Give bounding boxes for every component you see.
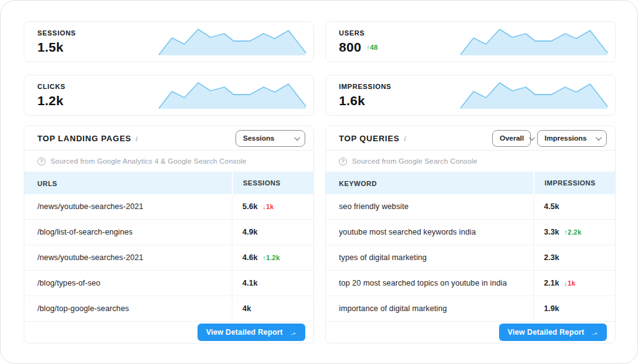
sparkline-chart <box>158 24 307 57</box>
row-value: 5.6k <box>242 202 257 211</box>
stat-value: 800 <box>339 40 361 55</box>
row-value: 4.9k <box>242 228 257 236</box>
dropdown-value: Sessions <box>243 134 275 142</box>
chevron-down-icon <box>529 134 535 141</box>
row-url: /news/youtube-searches-2021 <box>24 253 232 262</box>
table-row[interactable]: /news/youtube-searches-2021 4.6k↑1.2k <box>24 245 313 271</box>
panel-title: TOP QUERIES <box>339 134 399 143</box>
sparkline-chart <box>459 78 609 110</box>
delta-badge: ↓1k <box>564 279 575 287</box>
button-label: View Detailed Report <box>508 328 584 337</box>
table-row[interactable]: /blog/top-google-searches 4k <box>24 296 313 322</box>
row-keyword: youtube most searched keywords india <box>326 228 533 236</box>
table-row[interactable]: /news/youtube-searches-2021 5.6k↓1k <box>24 194 313 220</box>
info-icon[interactable]: i <box>404 135 406 142</box>
table-row[interactable]: /blog/list-of-search-engines 4.9k <box>24 220 313 245</box>
button-label: View Detailed Report <box>206 328 283 337</box>
column-header-sessions: SESSIONS <box>243 179 280 187</box>
column-header-impressions: IMPRESSIONS <box>545 179 596 187</box>
stat-card-impressions: IMPRESSIONS 1.6k <box>325 75 616 116</box>
table-row[interactable]: /blog/types-of-seo 4.1k <box>24 271 313 296</box>
table-row[interactable]: importance of digital marketing 1.9k <box>326 296 615 322</box>
stat-card-users: USERS 800 ↑48 <box>325 21 616 62</box>
panel-title: TOP LANDING PAGES <box>37 134 131 143</box>
overall-filter-dropdown[interactable]: Overall <box>492 130 531 147</box>
table-row[interactable]: seo friendly website 4.5k <box>326 194 615 220</box>
row-value: 4k <box>242 304 251 313</box>
view-detailed-report-button[interactable]: View Detailed Report → <box>499 324 607 341</box>
dropdown-value: Overall <box>500 134 524 142</box>
chevron-down-icon <box>596 134 602 141</box>
row-url: /blog/list-of-search-engines <box>24 228 232 236</box>
table-row[interactable]: youtube most searched keywords india 3.3… <box>326 220 615 245</box>
row-value: 4.6k <box>242 253 257 262</box>
delta-badge: ↑1.2k <box>262 254 280 261</box>
delta-badge: ↑48 <box>366 44 378 51</box>
dropdown-value: Impressions <box>545 134 587 142</box>
sparkline-chart <box>459 24 609 57</box>
table-column-header: KEYWORD IMPRESSIONS <box>326 172 615 194</box>
source-note: Sourced from Google Analytics 4 & Google… <box>50 157 247 165</box>
row-value: 2.1k <box>544 279 559 287</box>
row-value: 1.9k <box>544 304 559 313</box>
dashboard-page: SESSIONS 1.5k CLICKS 1.2k TOP LANDING PA… <box>0 0 638 364</box>
stat-card-clicks: CLICKS 1.2k <box>24 75 314 116</box>
column-header-keyword: KEYWORD <box>339 180 377 187</box>
top-landing-pages-panel: TOP LANDING PAGES i Sessions ? Sourced f… <box>24 126 314 343</box>
top-queries-panel: TOP QUERIES i Overall Impressions <box>325 126 616 343</box>
table-column-header: URLS SESSIONS <box>24 172 313 194</box>
row-value: 4.1k <box>242 279 257 287</box>
row-keyword: seo friendly website <box>326 202 533 211</box>
row-value: 4.5k <box>544 202 559 211</box>
source-note: Sourced from Google Search Console <box>352 157 477 165</box>
sparkline-chart <box>158 78 307 110</box>
sessions-filter-dropdown[interactable]: Sessions <box>236 130 305 147</box>
arrow-right-icon: → <box>287 327 298 338</box>
stat-value: 1.6k <box>339 93 365 108</box>
stat-card-sessions: SESSIONS 1.5k <box>24 21 314 62</box>
view-detailed-report-button[interactable]: View Detailed Report → <box>198 324 305 341</box>
help-icon: ? <box>339 157 347 166</box>
chevron-down-icon <box>294 134 300 141</box>
column-header-urls: URLS <box>37 180 57 187</box>
arrow-right-icon: → <box>589 327 600 338</box>
delta-badge: ↓1k <box>262 203 274 210</box>
row-keyword: types of digital marketing <box>326 253 533 262</box>
row-value: 3.3k <box>544 228 559 236</box>
row-url: /news/youtube-searches-2021 <box>24 202 232 211</box>
table-row[interactable]: types of digital marketing 2.3k <box>326 245 615 271</box>
delta-badge: ↑2.2k <box>564 228 581 236</box>
row-value: 2.3k <box>544 253 559 262</box>
stat-value: 1.2k <box>37 93 64 108</box>
row-keyword: importance of digital marketing <box>326 304 533 313</box>
help-icon: ? <box>37 157 45 166</box>
row-url: /blog/top-google-searches <box>24 304 232 313</box>
row-keyword: top 20 most searched topics on youtube i… <box>326 279 533 287</box>
table-row[interactable]: top 20 most searched topics on youtube i… <box>326 271 615 296</box>
stat-value: 1.5k <box>37 40 64 55</box>
impressions-filter-dropdown[interactable]: Impressions <box>537 130 607 147</box>
info-icon[interactable]: i <box>136 135 138 142</box>
row-url: /blog/types-of-seo <box>24 279 232 287</box>
